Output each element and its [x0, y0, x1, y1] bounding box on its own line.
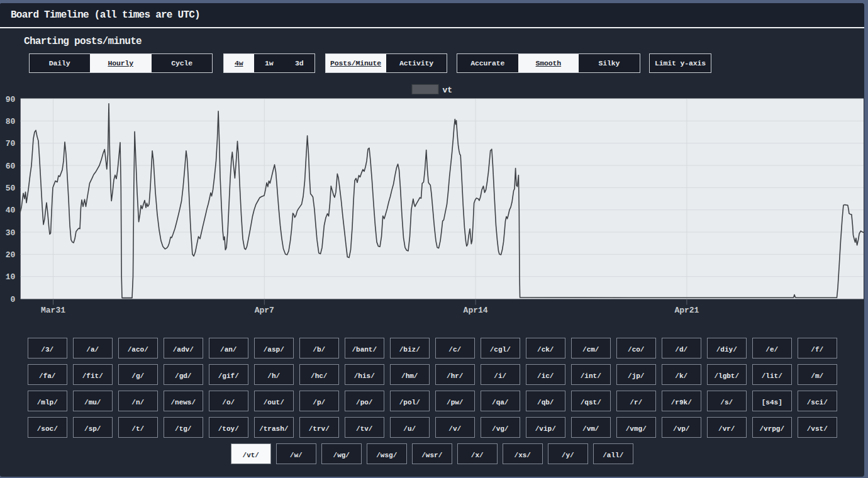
svg-text:40: 40 — [6, 206, 16, 215]
svg-text:90: 90 — [6, 95, 16, 104]
svg-text:Mar31: Mar31 — [41, 306, 65, 315]
svg-text:30: 30 — [6, 228, 16, 238]
svg-text:60: 60 — [6, 162, 16, 171]
svg-text:Apr14: Apr14 — [464, 306, 488, 315]
svg-text:10: 10 — [6, 272, 16, 282]
svg-text:Apr21: Apr21 — [674, 306, 699, 315]
svg-text:70: 70 — [6, 139, 16, 148]
svg-text:Apr7: Apr7 — [255, 306, 274, 315]
svg-text:50: 50 — [6, 184, 16, 193]
svg-text:0: 0 — [10, 295, 15, 304]
svg-text:20: 20 — [6, 250, 16, 260]
svg-text:80: 80 — [6, 117, 16, 126]
svg-text:vt: vt — [443, 86, 453, 95]
